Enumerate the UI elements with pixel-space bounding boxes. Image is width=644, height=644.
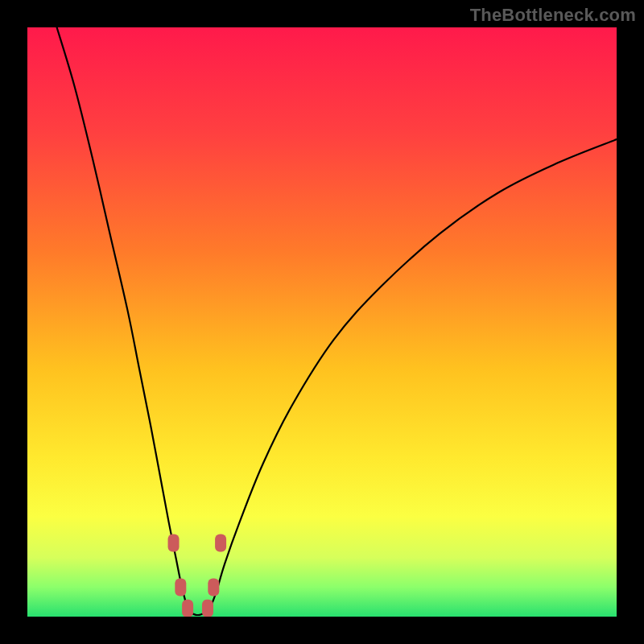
series-right-curve	[207, 139, 617, 612]
data-marker	[208, 578, 219, 596]
data-marker	[202, 600, 213, 617]
plot-area	[27, 27, 617, 617]
series-left-curve	[57, 27, 190, 612]
curve-layer	[27, 27, 617, 617]
data-marker	[182, 600, 193, 617]
data-marker	[175, 578, 186, 596]
chart-frame: TheBottleneck.com	[0, 0, 644, 644]
watermark-text: TheBottleneck.com	[470, 5, 636, 26]
data-marker	[215, 535, 226, 552]
data-marker	[168, 535, 180, 552]
